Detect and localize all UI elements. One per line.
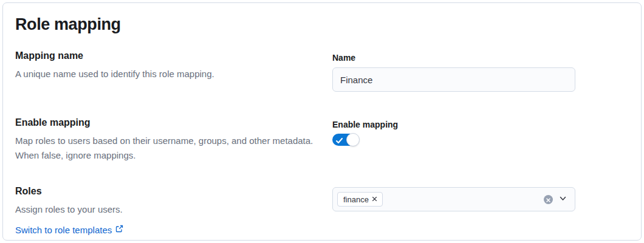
check-icon xyxy=(336,137,343,146)
enable-mapping-field: Enable mapping xyxy=(332,116,575,146)
switch-to-role-templates-label: Switch to role templates xyxy=(15,224,112,236)
role-pill: finance xyxy=(337,192,383,207)
cross-in-circle-icon xyxy=(546,195,550,204)
enable-mapping-switch[interactable] xyxy=(332,134,359,146)
cross-icon xyxy=(371,195,378,204)
form-row-enable-mapping: Enable mapping Map roles to users based … xyxy=(15,116,629,163)
footer-link-row: Switch to role templates xyxy=(15,224,629,236)
mapping-name-heading: Mapping name xyxy=(15,49,320,63)
enable-mapping-description: Map roles to users based on their userna… xyxy=(15,134,320,163)
page-title: Role mapping xyxy=(15,15,629,33)
roles-field: finance xyxy=(332,185,575,211)
combo-caret-button[interactable] xyxy=(558,194,567,205)
switch-thumb xyxy=(346,133,360,146)
popout-icon xyxy=(115,224,124,236)
name-field-label: Name xyxy=(332,53,575,63)
switch-to-role-templates-link[interactable]: Switch to role templates xyxy=(15,224,124,236)
remove-role-button[interactable] xyxy=(370,194,379,205)
chevron-down-icon xyxy=(558,194,567,205)
form-row-roles: Roles Assign roles to your users. financ… xyxy=(15,185,629,217)
mapping-name-field: Name xyxy=(332,49,575,92)
enable-mapping-heading: Enable mapping xyxy=(15,116,320,129)
roles-combobox[interactable]: finance xyxy=(332,187,575,211)
roles-description: Assign roles to your users. xyxy=(15,202,320,217)
enable-mapping-describe: Enable mapping Map roles to users based … xyxy=(15,116,320,163)
roles-describe: Roles Assign roles to your users. xyxy=(15,185,320,217)
role-pill-label: finance xyxy=(343,195,369,204)
mapping-name-describe: Mapping name A unique name used to ident… xyxy=(15,49,320,81)
enable-mapping-switch-label: Enable mapping xyxy=(332,120,575,130)
form-row-mapping-name: Mapping name A unique name used to ident… xyxy=(15,49,629,92)
role-mapping-panel: Role mapping Mapping name A unique name … xyxy=(2,2,642,241)
combo-controls xyxy=(544,194,567,205)
name-input[interactable] xyxy=(332,67,575,92)
clear-roles-button[interactable] xyxy=(544,195,553,204)
roles-heading: Roles xyxy=(15,185,320,198)
mapping-name-description: A unique name used to identify this role… xyxy=(15,67,320,81)
